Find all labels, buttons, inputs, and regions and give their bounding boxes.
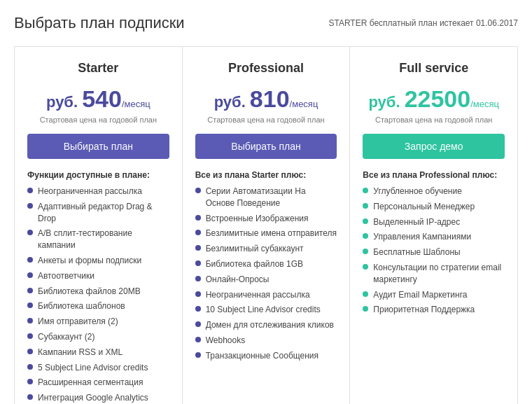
feature-dot [363, 203, 368, 209]
feature-dot [27, 333, 33, 339]
plan-select-button[interactable]: Запрос демо [363, 134, 505, 159]
feature-text: Приоритетная Поддержка [373, 304, 475, 316]
plans-container: Starter руб. 540/месяц Стартовая цена на… [14, 46, 518, 404]
feature-text: Кампании RSS и XML [38, 347, 122, 358]
feature-text: Серии Автоматизации На Основе Поведение [206, 186, 337, 209]
feature-dot [27, 364, 33, 370]
plan-price: руб. 810/месяц [195, 85, 337, 113]
feature-dot [27, 257, 33, 263]
feature-text: 10 Subject Line Advisor credits [206, 304, 321, 316]
feature-text: А/В сплит-тестирование кампании [38, 228, 169, 251]
feature-dot [363, 306, 368, 312]
feature-dot [27, 272, 33, 278]
status-info: STARTER бесплатный план истекает 01.06.2… [328, 14, 518, 28]
feature-item: Адаптивный редактор Drag & Drop [27, 201, 169, 225]
feature-dot [195, 276, 201, 281]
features-title: Все из плана Starter плюс: [195, 170, 337, 180]
page-title: Выбрать план подписки [14, 14, 185, 32]
feature-item: Библиотека файлов 20МВ [27, 286, 169, 298]
feature-dot [195, 215, 201, 221]
feature-text: Автоответчики [38, 270, 94, 282]
feature-dot [195, 337, 201, 342]
plan-name: Professional [195, 61, 337, 76]
feature-item: Бесплатные Шаблоны [363, 246, 505, 258]
feature-item: Библиотека шаблонов [27, 300, 169, 312]
plan-subtitle: Стартовая цена на годовой план [363, 116, 505, 124]
feature-text: Субаккаунт (2) [38, 331, 95, 343]
feature-item: Серии Автоматизации На Основе Поведение [195, 186, 337, 209]
feature-item: Интеграция Google Analytics [27, 392, 169, 404]
feature-dot [195, 306, 201, 312]
feature-item: Неограниченная рассылка [27, 186, 169, 197]
feature-text: Библиотека файлов 20МВ [38, 286, 141, 298]
feature-item: Консультации по стратегии email маркетин… [363, 262, 505, 286]
feature-dot [195, 245, 201, 251]
feature-dot [195, 260, 201, 266]
plan-subtitle: Стартовая цена на годовой план [27, 116, 169, 124]
feature-item: Кампании RSS и XML [27, 347, 169, 358]
feature-text: 5 Subject Line Advisor credits [38, 362, 148, 374]
feature-list: Серии Автоматизации На Основе Поведение … [195, 186, 337, 362]
plan-select-button[interactable]: Выбирать план [27, 134, 169, 159]
feature-text: Домен для отслеживания кликов [206, 319, 334, 331]
feature-text: Транзакционные Сообщения [206, 350, 318, 362]
feature-text: Выделенный IP-адрес [373, 216, 460, 228]
feature-item: Библиотека файлов 1GB [195, 258, 337, 270]
feature-dot [195, 321, 201, 327]
feature-text: Анкеты и формы подписки [38, 255, 141, 267]
feature-item: Субаккаунт (2) [27, 331, 169, 343]
feature-dot [27, 302, 33, 308]
feature-item: Безлимитные имена отправителя [195, 228, 337, 239]
feature-text: Углубленное обучение [373, 186, 462, 197]
feature-item: Аудит Email Маркетинга [363, 289, 505, 301]
feature-item: Неограниченная рассылка [195, 289, 337, 301]
feature-text: Встроенные Изображения [206, 213, 309, 225]
plan-price: руб. 22500/месяц [363, 85, 505, 113]
feature-item: Углубленное обучение [363, 186, 505, 197]
price-currency: руб. [368, 93, 404, 111]
feature-dot [27, 379, 33, 384]
feature-item: 5 Subject Line Advisor credits [27, 362, 169, 374]
price-period: /месяц [290, 99, 318, 109]
feature-item: Онлайн-Опросы [195, 274, 337, 286]
feature-dot [27, 394, 33, 400]
feature-item: 10 Subject Line Advisor credits [195, 304, 337, 316]
feature-text: Библиотека шаблонов [38, 300, 125, 312]
feature-text: Бесплатные Шаблоны [373, 246, 460, 258]
feature-text: Имя отправителя (2) [38, 316, 118, 328]
feature-dot [195, 352, 201, 358]
plan-subtitle: Стартовая цена на годовой план [195, 116, 337, 124]
feature-item: Транзакционные Сообщения [195, 350, 337, 362]
feature-item: Приоритетная Поддержка [363, 304, 505, 316]
feature-item: Управления Кампаниями [363, 231, 505, 243]
feature-text: Управления Кампаниями [373, 231, 471, 243]
plan-price: руб. 540/месяц [27, 85, 169, 113]
price-currency: руб. [214, 93, 250, 111]
feature-text: Неограниченная рассылка [206, 289, 310, 301]
feature-dot [27, 288, 33, 293]
plan-name: Full service [363, 61, 505, 76]
feature-dot [195, 188, 201, 193]
feature-dot [363, 218, 368, 224]
plan-select-button[interactable]: Выбирать план [195, 134, 337, 159]
plan-card-professional: Professional руб. 810/месяц Стартовая це… [183, 47, 351, 404]
price-amount: 540 [82, 85, 122, 112]
feature-text: Библиотека файлов 1GB [206, 258, 303, 270]
plan-card-full-service: Full service руб. 22500/месяц Стартовая … [350, 47, 517, 404]
feature-item: Автоответчики [27, 270, 169, 282]
feature-text: Безлимитные имена отправителя [206, 228, 337, 239]
feature-text: Неограниченная рассылка [38, 186, 142, 197]
feature-dot [27, 349, 33, 354]
features-title: Функции доступные в плане: [27, 170, 169, 180]
feature-text: Персональный Менеджер [373, 201, 475, 213]
feature-item: Персональный Менеджер [363, 201, 505, 213]
feature-dot [363, 264, 368, 270]
feature-dot [195, 230, 201, 235]
feature-dot [195, 291, 201, 297]
feature-dot [363, 233, 368, 239]
feature-item: Безлимитный субаккаунт [195, 243, 337, 255]
feature-text: Расширенная сегментация [38, 377, 143, 389]
feature-text: Консультации по стратегии email маркетин… [373, 262, 505, 286]
feature-dot [27, 230, 33, 235]
feature-item: Имя отправителя (2) [27, 316, 169, 328]
